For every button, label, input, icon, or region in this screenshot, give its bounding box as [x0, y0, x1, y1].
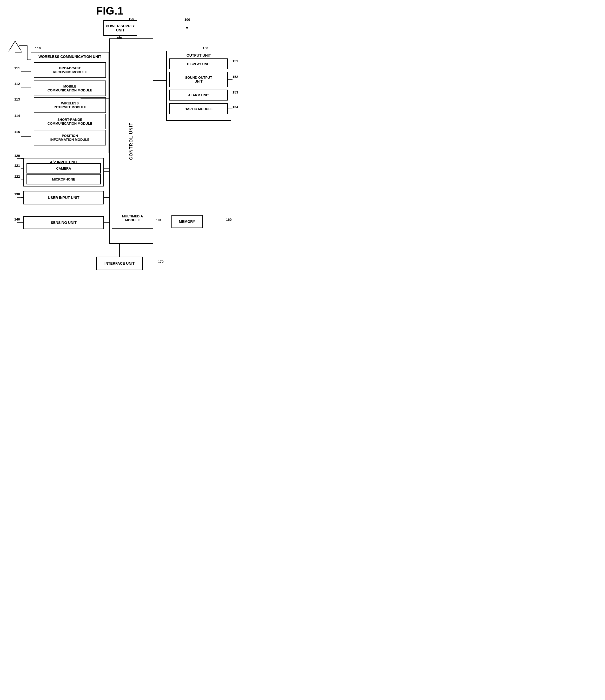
microphone-number-label: 122	[14, 175, 20, 178]
sensing-number-label: 140	[14, 218, 20, 221]
wireless-internet-number-label: 113	[14, 97, 20, 101]
haptic-module-box: HAPTIC MODULE	[169, 103, 228, 114]
position-info-number-label: 115	[14, 130, 20, 134]
camera-box: CAMERA	[26, 163, 101, 174]
multimedia-number-label: 181	[156, 218, 161, 222]
antenna-icon	[7, 36, 23, 54]
alarm-unit-box: ALARM UNIT	[169, 90, 228, 101]
output-unit-number-label: 150	[203, 46, 208, 50]
broadcast-number-label: 111	[14, 66, 20, 70]
display-unit-box: DISPLAY UNIT	[169, 58, 228, 69]
short-range-number-label: 114	[14, 114, 20, 118]
wireless-comm-number-label: 110	[35, 46, 41, 50]
microphone-box: MICROPHONE	[26, 174, 101, 184]
alarm-unit-number-label: 153	[232, 91, 238, 94]
memory-number-label: 160	[226, 218, 232, 222]
user-input-box: USER INPUT UNIT	[23, 191, 104, 204]
haptic-module-number-label: 154	[232, 105, 238, 109]
sound-output-number-label: 152	[232, 75, 238, 79]
figure-title: FIG.1	[96, 5, 123, 17]
memory-box: MEMORY	[172, 215, 203, 228]
sound-output-box: SOUND OUTPUT UNIT	[169, 72, 228, 87]
svg-marker-30	[186, 27, 188, 29]
svg-line-35	[15, 41, 20, 49]
display-unit-number-label: 151	[232, 59, 238, 63]
position-info-box: POSITION INFORMATION MODULE	[34, 130, 106, 146]
system-arrow	[182, 18, 192, 31]
diagram: FIG.1 100 190 POWER SUPPLY UNIT 180 CONT…	[0, 0, 260, 301]
interface-box: INTERFACE UNIT	[96, 257, 143, 270]
user-input-number-label: 130	[14, 192, 20, 196]
mobile-comm-number-label: 112	[14, 82, 20, 86]
broadcast-box: BROADCAST RECEIVING MODULE	[34, 62, 106, 78]
sensing-box: SENSING UNIT	[23, 216, 104, 229]
interface-number-label: 170	[158, 260, 163, 264]
mobile-comm-box: MOBILE COMMUNICATION MODULE	[34, 80, 106, 96]
short-range-box: SHORT-RANGE COMMUNICATION MODULE	[34, 114, 106, 129]
wireless-internet-box: WIRELESS INTERNET MODULE	[34, 97, 106, 113]
power-supply-box: POWER SUPPLY UNIT	[103, 20, 137, 36]
av-input-number-label: 120	[14, 154, 20, 158]
camera-number-label: 121	[14, 164, 20, 168]
svg-line-34	[10, 41, 15, 49]
multimedia-box: MULTIMEDIA MODULE	[112, 208, 153, 229]
